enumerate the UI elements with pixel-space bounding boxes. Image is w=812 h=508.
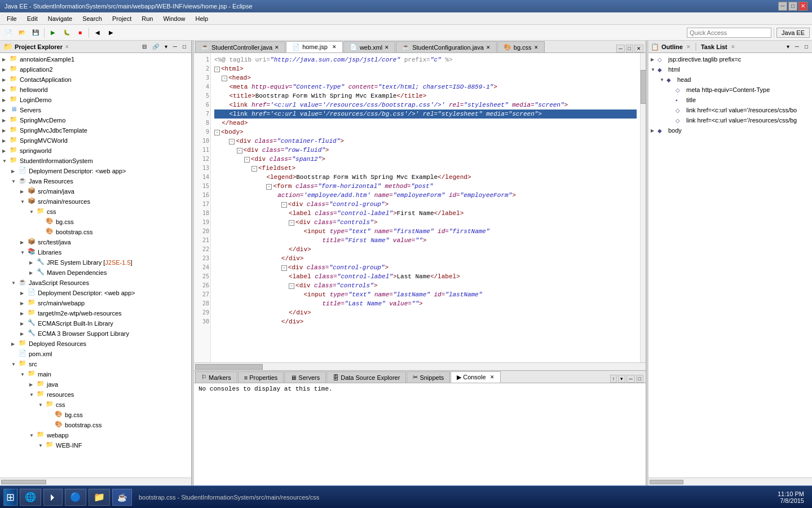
tree-item[interactable]: ▼📁webapp xyxy=(0,430,191,440)
tree-item[interactable]: ▼☕JavaScript Resources xyxy=(0,278,191,288)
save-button[interactable]: 💾 xyxy=(29,27,42,39)
code-line[interactable]: <legend>Bootstrap Form With Spring Mvc E… xyxy=(214,173,637,182)
tree-arrow[interactable]: ▼ xyxy=(11,179,18,184)
tree-arrow[interactable]: ▶ xyxy=(20,291,27,296)
bottom-tab-markers[interactable]: ⚐ Markers xyxy=(195,371,237,383)
code-line[interactable]: <input type="text" name="firstName" id="… xyxy=(214,227,637,236)
tree-item[interactable]: ▶📁application2 xyxy=(0,64,191,75)
tree-arrow[interactable]: ▼ xyxy=(38,443,45,448)
outline-item[interactable]: ◇meta http-equiv=Content-Type xyxy=(648,85,812,95)
tree-arrow[interactable]: ▶ xyxy=(29,270,36,275)
tab-close-button[interactable]: ✕ xyxy=(486,45,491,50)
tree-item[interactable]: ▶📁LoginDemo xyxy=(0,95,191,105)
outline-item[interactable]: ▶◆body xyxy=(648,125,812,135)
outline-item[interactable]: ◇link href=<c:url value='/resources/css/… xyxy=(648,115,812,125)
editor-tab-StudentController-java[interactable]: ☕ StudentController.java✕ xyxy=(195,41,285,52)
tree-item[interactable]: ▶📄Deployment Descriptor: <web app> xyxy=(0,288,191,298)
maximize-button[interactable]: □ xyxy=(788,2,797,11)
tree-arrow[interactable]: ▶ xyxy=(2,77,9,82)
editor-tab-controls[interactable]: ─□✕ xyxy=(616,45,646,52)
tree-item[interactable]: ▼📚Libraries xyxy=(0,247,191,257)
maximize-panel-button[interactable]: □ xyxy=(181,43,188,50)
tree-arrow[interactable]: ▼ xyxy=(20,372,27,377)
tree-arrow[interactable]: ▶ xyxy=(2,108,9,113)
forward-button[interactable]: ▶ xyxy=(105,27,117,39)
tab-close-button[interactable]: ✕ xyxy=(534,45,539,50)
minimize-panel-button[interactable]: ─ xyxy=(171,43,179,50)
tree-arrow[interactable]: ▶ xyxy=(11,169,18,174)
tree-item[interactable]: ▶📁ContactApplication xyxy=(0,75,191,85)
close-editor-btn[interactable]: ✕ xyxy=(634,45,643,52)
tree-arrow[interactable]: ▶ xyxy=(2,98,9,103)
code-line[interactable]: -<body> xyxy=(214,128,637,137)
tree-item[interactable]: ▼📁src xyxy=(0,359,191,369)
start-button[interactable]: ⊞ xyxy=(3,489,17,506)
tree-item[interactable]: ▶📁SpringMvcDemo xyxy=(0,115,191,125)
explorer-button[interactable]: 📁 xyxy=(89,489,110,506)
tree-item[interactable]: ▼☕Java Resources xyxy=(0,176,191,186)
editor-vscrollbar[interactable] xyxy=(640,53,646,362)
editor-hscrollbar[interactable] xyxy=(194,362,646,370)
back-button[interactable]: ◀ xyxy=(91,27,104,39)
code-line[interactable]: action='employee/add.htm' name="employee… xyxy=(214,191,637,200)
bottom-tab-snippets[interactable]: ✂ Snippets xyxy=(407,371,450,383)
code-line[interactable]: <%@ taglib uri="http://java.sun.com/jsp/… xyxy=(214,55,637,64)
code-line[interactable]: </div> xyxy=(214,254,637,263)
tree-arrow[interactable]: ▶ xyxy=(2,57,9,62)
code-line[interactable]: </div> xyxy=(214,317,637,326)
menu-help[interactable]: Help xyxy=(191,14,213,23)
code-line[interactable]: <label class="control-label">First Name<… xyxy=(214,209,637,218)
menu-edit[interactable]: Edit xyxy=(23,14,42,23)
media-button[interactable]: ⏵ xyxy=(43,489,63,506)
debug-button[interactable]: 🐛 xyxy=(60,27,73,39)
code-line[interactable]: -<div class="row-fluid"> xyxy=(214,146,637,155)
tree-arrow[interactable]: ▼ xyxy=(20,250,27,255)
perspective-button[interactable]: Java EE xyxy=(776,28,810,38)
tree-arrow[interactable]: ▶ xyxy=(29,382,36,387)
collapse-all-button[interactable]: ⊟ xyxy=(140,43,148,50)
tree-item[interactable]: ▶📁Deployed Resources xyxy=(0,339,191,349)
tree-item[interactable]: 🎨bootstrap.css xyxy=(0,420,191,430)
tree-item[interactable]: ▼📁StudentInformationSystem xyxy=(0,156,191,166)
tree-arrow[interactable]: ▶ xyxy=(2,67,9,72)
tree-arrow[interactable]: ▶ xyxy=(20,331,27,336)
code-line[interactable]: -<fieldset> xyxy=(214,164,637,173)
tree-item[interactable]: ▶📁java xyxy=(0,379,191,389)
tree-arrow[interactable]: ▶ xyxy=(2,148,9,154)
code-line[interactable]: <label class="control-label">Last Name</… xyxy=(214,272,637,281)
code-line[interactable]: title="Last Name" value=""> xyxy=(214,299,637,308)
code-line[interactable]: </div> xyxy=(214,308,637,317)
outline-menu-button[interactable]: ▾ xyxy=(785,43,791,50)
run-button[interactable]: ▶ xyxy=(47,27,59,39)
tree-item[interactable]: ▼📁main xyxy=(0,369,191,379)
tree-arrow[interactable]: ▼ xyxy=(29,209,36,214)
code-line[interactable]: -<div class="controls"> xyxy=(214,281,637,290)
menu-navigate[interactable]: Navigate xyxy=(43,14,77,23)
outline-max-button[interactable]: □ xyxy=(803,43,810,50)
tree-item[interactable]: ▼📁WEB-INF xyxy=(0,440,191,450)
new-button[interactable]: 📄 xyxy=(2,27,15,39)
tab-close-button[interactable]: ✕ xyxy=(385,45,389,50)
code-line[interactable]: -<div class="span12"> xyxy=(214,155,637,164)
code-line[interactable]: title="First Name" value=""> xyxy=(214,236,637,245)
bottom-tab-ctrl-1[interactable]: ▾ xyxy=(618,375,625,383)
tree-item[interactable]: ▶🔧ECMAScript Built-In Library xyxy=(0,318,191,329)
left-scrollbar[interactable] xyxy=(0,478,191,485)
tree-arrow[interactable]: ▼ xyxy=(29,433,36,438)
code-line[interactable]: -<div class="controls"> xyxy=(214,218,637,227)
outline-item[interactable]: ▶◇jsp:directive.taglib prefix=c xyxy=(648,54,812,64)
tree-arrow[interactable]: ▼ xyxy=(20,199,27,204)
code-content[interactable]: <%@ taglib uri="http://java.sun.com/jsp/… xyxy=(211,53,640,362)
tree-arrow[interactable]: ▼ xyxy=(11,281,18,286)
tree-item[interactable]: ▶📁springworld xyxy=(0,146,191,156)
outline-item[interactable]: ▼◆html xyxy=(648,64,812,75)
tree-arrow[interactable]: ▼ xyxy=(38,402,45,408)
tree-arrow[interactable]: ▶ xyxy=(20,321,27,326)
menu-run[interactable]: Run xyxy=(137,14,157,23)
bottom-tab-ctrl-2[interactable]: ─ xyxy=(626,375,634,383)
panel-menu-button[interactable]: ▾ xyxy=(163,43,169,50)
code-line[interactable]: <meta http-equiv="Content-Type" content=… xyxy=(214,82,637,91)
chrome-button[interactable]: 🔵 xyxy=(65,489,86,506)
tree-item[interactable]: ▼📁css xyxy=(0,207,191,217)
tree-item[interactable]: 🎨bg.css xyxy=(0,410,191,420)
